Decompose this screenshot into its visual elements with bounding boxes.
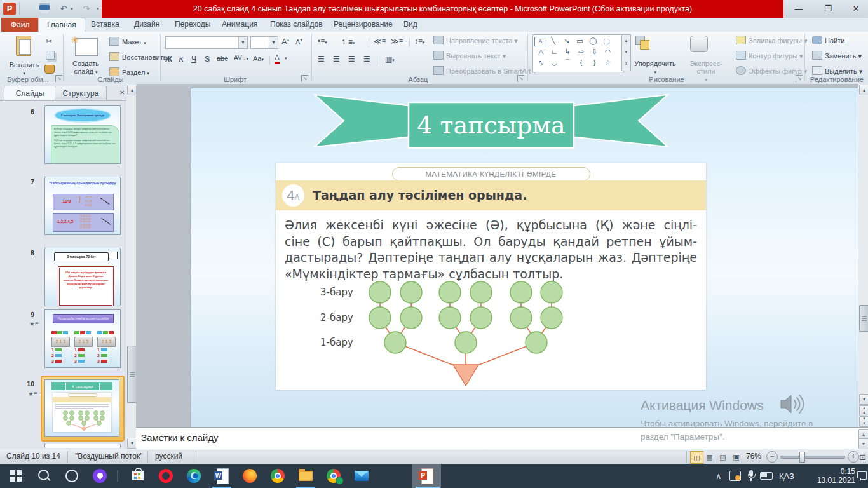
align-right-icon[interactable]: ☰ xyxy=(348,55,355,64)
fit-to-window-button[interactable]: ⊡ xyxy=(859,452,866,462)
slideshow-button[interactable]: ▣ xyxy=(730,451,742,463)
scroll-up-icon[interactable]: ▲ xyxy=(859,85,868,95)
zoom-in-button[interactable]: + xyxy=(848,451,859,463)
scribble-shape-icon[interactable]: ∿ xyxy=(534,57,548,68)
edge-icon[interactable] xyxy=(180,464,207,488)
right-arrow-shape-icon[interactable]: ⇨ xyxy=(574,46,588,57)
cortana-icon[interactable] xyxy=(58,464,85,488)
drawing-dialog-launcher[interactable]: ↘ xyxy=(796,75,803,82)
mail-icon[interactable] xyxy=(348,464,375,488)
change-case-icon[interactable]: Aa▾ xyxy=(253,55,264,62)
new-slide-button[interactable]: Создать слайд ▾ xyxy=(66,60,105,75)
strikethrough-icon[interactable]: abc xyxy=(217,55,228,62)
redo-icon[interactable]: ↷ xyxy=(80,3,93,15)
font-color-icon[interactable]: А xyxy=(275,55,280,64)
normal-view-button[interactable]: ◫ xyxy=(690,451,703,464)
title-ribbon-banner[interactable]: 4 тапсырма xyxy=(307,91,675,152)
close-button[interactable]: ✕ xyxy=(845,0,867,18)
battery-icon[interactable] xyxy=(760,472,773,480)
new-slide-icon[interactable]: ✳ xyxy=(71,36,100,58)
scroll-down-icon[interactable]: ▼ xyxy=(859,394,868,405)
chrome-icon[interactable] xyxy=(264,464,291,488)
chrome-badge-icon[interactable] xyxy=(320,464,347,488)
slide-7-thumbnail[interactable]: *Тапсырманың орындалуын түсіндіру 123 } … xyxy=(44,177,121,235)
chevron-down-icon[interactable]: ▼ xyxy=(269,37,278,48)
paste-icon[interactable] xyxy=(14,36,33,60)
arrange-button[interactable]: Упорядочить▾ xyxy=(629,60,681,75)
grow-font-icon[interactable]: A▴ xyxy=(281,37,289,46)
microsoft-store-icon[interactable] xyxy=(125,464,151,488)
zoom-slider-track[interactable] xyxy=(780,456,845,459)
action-center-icon[interactable] xyxy=(857,471,867,480)
undo-icon[interactable]: ↶ xyxy=(57,3,70,15)
find-button[interactable]: Найти xyxy=(812,36,844,44)
layout-button[interactable]: Макет ▾ xyxy=(109,37,146,46)
shrink-font-icon[interactable]: A▾ xyxy=(295,37,302,46)
panel-scrollbar[interactable]: ▲ ▼ xyxy=(126,84,137,449)
shape-fill-button[interactable]: Заливка фигуры ▾ xyxy=(736,36,808,45)
language-indicator[interactable]: русский xyxy=(155,452,182,461)
slide-10-editing-surface[interactable]: 4 тапсырма МАТЕМАТИКА КҮНДЕЛІКТІ ӨМІРДЕ … xyxy=(191,88,858,427)
line-shape-icon[interactable]: ╲ xyxy=(546,36,560,46)
file-explorer-icon[interactable] xyxy=(292,464,319,488)
tab-home[interactable]: Главная xyxy=(38,18,85,32)
restore-button[interactable]: ❐ xyxy=(817,0,839,18)
columns-icon[interactable]: ▥▾ xyxy=(385,55,395,64)
main-scrollbar-thumb[interactable] xyxy=(859,305,868,332)
paragraph-dialog-launcher[interactable]: ↘ xyxy=(517,75,524,82)
left-brace-shape-icon[interactable]: { xyxy=(574,57,588,68)
line-spacing-icon[interactable]: ↕≡▾ xyxy=(414,37,425,46)
save-icon[interactable] xyxy=(39,3,50,13)
section-button[interactable]: Раздел ▾ xyxy=(109,67,149,76)
down-arrow-shape-icon[interactable]: ⇩ xyxy=(588,46,601,57)
tab-animation[interactable]: Анимация xyxy=(214,18,266,31)
panel-close-icon[interactable]: ✕ xyxy=(119,89,125,96)
slide-sorter-button[interactable]: ▦ xyxy=(703,451,715,463)
italic-icon[interactable]: К xyxy=(179,55,184,64)
opera-icon[interactable] xyxy=(153,464,179,488)
justify-icon[interactable]: ☰ xyxy=(363,55,370,64)
start-button[interactable] xyxy=(3,464,29,488)
tab-view[interactable]: Вид xyxy=(395,18,426,31)
tab-file[interactable]: Файл xyxy=(1,18,39,32)
replace-button[interactable]: Заменить ▾ xyxy=(812,51,862,60)
slide-10-thumbnail[interactable]: 4 тапсырма xyxy=(44,379,119,437)
character-spacing-icon[interactable]: AV↔▾ xyxy=(234,55,248,62)
format-painter-icon[interactable] xyxy=(44,65,55,74)
text-direction-button[interactable]: Направление текста ▾ xyxy=(433,36,518,45)
tab-slides-panel[interactable]: Слайды xyxy=(4,86,56,100)
zoom-level[interactable]: 76% xyxy=(746,452,761,461)
shape-outline-button[interactable]: Контур фигуры ▾ xyxy=(736,51,803,60)
main-scrollbar[interactable]: ▲ ▼ ▲▲ ▼▼ xyxy=(858,84,868,427)
shape-effects-button[interactable]: Эффекты фигур ▾ xyxy=(736,66,807,76)
bullets-icon[interactable]: •≡▾ xyxy=(318,37,327,46)
tab-outline-panel[interactable]: Структура xyxy=(55,86,107,100)
slide-10-thumbnail-selected[interactable]: 4 тапсырма xyxy=(41,376,125,442)
notes-pane[interactable]: Заметки к слайду ▲ ▼ xyxy=(136,427,868,449)
powerpoint-taskbar-button-active[interactable]: P xyxy=(412,464,441,488)
font-size-combobox[interactable]: ▼ xyxy=(250,36,278,49)
elbow-arrow-shape-icon[interactable]: ↳ xyxy=(561,46,574,57)
increase-indent-icon[interactable]: ≫≡ xyxy=(391,37,403,46)
zoom-out-button[interactable]: − xyxy=(766,451,778,463)
tab-review[interactable]: Рецензирование xyxy=(325,18,401,31)
shapes-gallery[interactable]: A╲↘▭◯▢△∟↳⇨⇩◠∿◡⌒{}☆ xyxy=(532,34,624,72)
paste-button[interactable]: Вставить▾ xyxy=(6,61,42,76)
clock[interactable]: 0:15 13.01.2021 xyxy=(806,467,855,485)
right-brace-shape-icon[interactable]: } xyxy=(588,57,601,68)
align-left-icon[interactable]: ☰ xyxy=(318,55,325,64)
cut-icon[interactable]: ✂ xyxy=(46,37,52,46)
previous-slide-icon[interactable]: ▲▲ xyxy=(859,405,868,416)
underline-icon[interactable]: Ч xyxy=(191,55,196,64)
chevron-down-icon[interactable]: ▼ xyxy=(238,37,247,48)
slide-6-thumbnail[interactable]: 2 тапсырма. Тапсырманы орында А) Егер са… xyxy=(44,105,121,164)
word-icon[interactable]: W xyxy=(208,464,235,488)
language-switcher[interactable]: ҚАЗ xyxy=(779,471,794,481)
clipboard-dialog-launcher[interactable]: ↘ xyxy=(55,75,62,82)
ellipse-shape-icon[interactable]: ◯ xyxy=(587,36,600,46)
arrow-shape-icon[interactable]: ↘ xyxy=(560,36,573,46)
align-text-button[interactable]: Выровнять текст ▾ xyxy=(433,51,506,60)
firefox-icon[interactable] xyxy=(236,464,263,488)
convert-smartart-button[interactable]: Преобразовать в SmartArt ▾ xyxy=(433,66,536,76)
tab-slideshow[interactable]: Показ слайдов xyxy=(262,18,331,31)
